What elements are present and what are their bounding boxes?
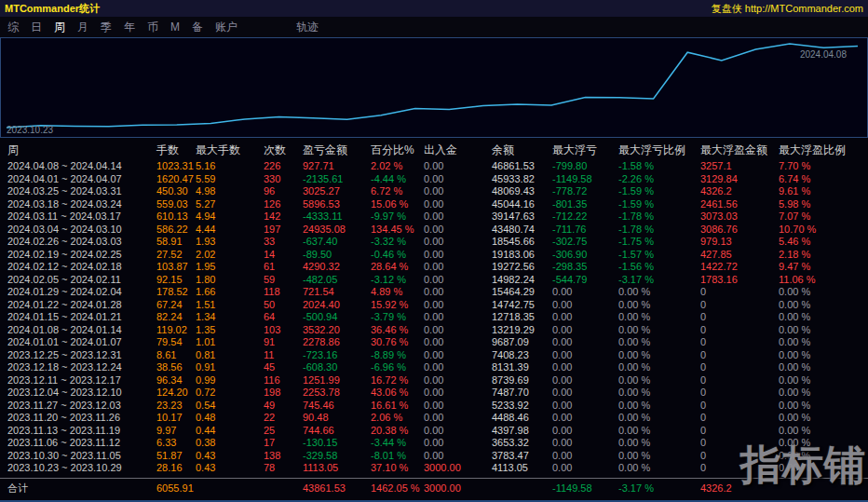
table-row[interactable]: 2023.12.25 ~ 2023.12.318.610.8111-723.16… bbox=[0, 349, 868, 362]
cell: 0.00 bbox=[552, 450, 618, 463]
table-row[interactable]: 2024.03.18 ~ 2024.03.24559.035.271265896… bbox=[0, 198, 868, 211]
table-row[interactable]: 2024.03.04 ~ 2024.03.10586.224.441972493… bbox=[0, 224, 868, 237]
table-row[interactable]: 2024.02.26 ~ 2024.03.0358.911.9333-637.4… bbox=[0, 236, 868, 249]
cell: 3257.1 bbox=[700, 160, 779, 173]
table-row[interactable]: 2024.04.01 ~ 2024.04.071620.475.59330-21… bbox=[0, 173, 868, 186]
cell: 14 bbox=[264, 249, 303, 262]
table-row[interactable]: 2023.10.23 ~ 2023.10.2928.160.43781113.0… bbox=[0, 462, 868, 475]
cell: 2024.01.22 ~ 2024.01.28 bbox=[7, 299, 156, 312]
cell: 330 bbox=[264, 173, 303, 186]
cell: -329.58 bbox=[303, 450, 371, 463]
menu-tab-月[interactable]: 月 bbox=[77, 20, 88, 35]
cell: 0.00 % bbox=[618, 361, 700, 374]
cell: 28.16 bbox=[156, 462, 196, 475]
cell: 0.00 % bbox=[618, 437, 700, 450]
cell: 2253.78 bbox=[303, 387, 371, 400]
cell: 103 bbox=[264, 324, 303, 337]
table-header-cell: 次数 bbox=[264, 138, 303, 162]
table-row[interactable]: 2023.12.04 ~ 2023.12.10124.200.721982253… bbox=[0, 387, 868, 400]
cell: 0.00 % bbox=[618, 450, 700, 463]
cell: 2023.12.18 ~ 2023.12.24 bbox=[7, 361, 156, 374]
table-row[interactable]: 2023.12.11 ~ 2023.12.1796.340.991161251.… bbox=[0, 374, 868, 387]
cell: 91 bbox=[264, 336, 303, 349]
menu-tab-备[interactable]: 备 bbox=[192, 20, 203, 35]
cell: -608.30 bbox=[303, 361, 371, 374]
cell: -778.72 bbox=[552, 185, 618, 198]
table-row[interactable]: 2024.01.29 ~ 2024.02.04178.521.66118721.… bbox=[0, 286, 868, 299]
table-row[interactable]: 2024.01.08 ~ 2024.01.14119.021.351033532… bbox=[0, 324, 868, 337]
table-header-cell: 盈亏金额 bbox=[303, 138, 371, 162]
cell: 450.30 bbox=[156, 185, 196, 198]
menu-tab-周[interactable]: 周 bbox=[54, 20, 65, 35]
menu-tab-账户[interactable]: 账户 bbox=[215, 20, 237, 35]
cell: 1251.99 bbox=[303, 374, 371, 387]
menu-bar: 综日周月季年币M备账户 轨迹 bbox=[0, 17, 868, 37]
equity-curve-svg bbox=[1, 38, 867, 137]
table-header-cell: 最大浮盈金额 bbox=[700, 138, 779, 162]
cell: -89.50 bbox=[303, 249, 371, 262]
title-link[interactable]: 复盘侠 http://MTCommander.com bbox=[712, 2, 863, 16]
table-row[interactable]: 2023.11.06 ~ 2023.11.126.330.3817-130.15… bbox=[0, 437, 868, 450]
cell: 9.97 bbox=[156, 425, 196, 438]
cell: 197 bbox=[264, 224, 303, 237]
table-row[interactable]: 2024.03.25 ~ 2024.03.31450.304.98963025.… bbox=[0, 185, 868, 198]
cell: 0.00 % bbox=[618, 412, 700, 425]
cell: -3.17 % bbox=[618, 274, 700, 287]
cell: 2023.10.23 ~ 2023.10.29 bbox=[7, 462, 156, 475]
table-row[interactable]: 2023.10.30 ~ 2023.11.0551.870.43138-329.… bbox=[0, 450, 868, 463]
table-row[interactable]: 2024.02.05 ~ 2024.02.1192.151.8059-482.0… bbox=[0, 274, 868, 287]
cell: 0.00 bbox=[552, 425, 618, 438]
cell: 0.00 bbox=[552, 336, 618, 349]
table-row[interactable]: 2023.11.27 ~ 2023.12.0323.230.5449745.46… bbox=[0, 400, 868, 413]
table-row[interactable]: 2024.01.22 ~ 2024.01.2867.241.51502024.4… bbox=[0, 299, 868, 312]
menu-tab-币[interactable]: 币 bbox=[147, 20, 158, 35]
table-header-cell: 最大手数 bbox=[196, 138, 264, 162]
menu-tab-综[interactable]: 综 bbox=[7, 20, 19, 35]
cell: 48069.43 bbox=[492, 185, 552, 198]
cell: 19183.06 bbox=[492, 249, 552, 262]
cell: 1.95 bbox=[196, 261, 264, 274]
cell: -4.44 % bbox=[371, 173, 424, 186]
cell: 1.80 bbox=[196, 274, 264, 287]
cell: -544.79 bbox=[552, 274, 618, 287]
table-row[interactable]: 2024.01.01 ~ 2024.01.0779.541.01912278.8… bbox=[0, 336, 868, 349]
cell: 1.01 bbox=[196, 336, 264, 349]
cell: 28.64 % bbox=[371, 261, 424, 274]
cell: 3073.03 bbox=[700, 210, 779, 224]
cell: 58.91 bbox=[156, 236, 196, 249]
cell: 0.00 % bbox=[779, 387, 868, 400]
cell: 0.00 bbox=[552, 324, 618, 337]
table-row[interactable]: 2024.03.11 ~ 2024.03.17610.134.94142-433… bbox=[0, 210, 868, 224]
table-row[interactable]: 2024.02.12 ~ 2024.02.18103.871.95614290.… bbox=[0, 261, 868, 274]
menu-tab-年[interactable]: 年 bbox=[124, 20, 135, 35]
cell: -8.01 % bbox=[371, 450, 424, 463]
cell: 0.00 bbox=[424, 324, 492, 337]
menu-tab-日[interactable]: 日 bbox=[31, 20, 42, 35]
cell: 17 bbox=[264, 437, 303, 450]
table-row[interactable]: 2024.04.08 ~ 2024.04.141023.315.16226927… bbox=[0, 160, 868, 173]
cell: -4333.11 bbox=[303, 210, 371, 224]
cell: 2023.11.27 ~ 2023.12.03 bbox=[7, 400, 156, 413]
cell: 116 bbox=[264, 374, 303, 387]
table-row[interactable]: 2024.01.15 ~ 2024.01.2182.241.3464-500.9… bbox=[0, 311, 868, 324]
menu-tab-M[interactable]: M bbox=[170, 20, 180, 34]
cell: 0.72 bbox=[196, 387, 264, 400]
total-cell: -3.17 % bbox=[618, 480, 700, 496]
menu-tab-季[interactable]: 季 bbox=[101, 20, 112, 35]
menu-tab-trajectory[interactable]: 轨迹 bbox=[296, 20, 319, 35]
cell: 82.24 bbox=[156, 311, 196, 324]
cell: 1.34 bbox=[196, 311, 264, 324]
cell: 0.00 bbox=[552, 361, 618, 374]
table-row[interactable]: 2024.02.19 ~ 2024.02.2527.522.0214-89.50… bbox=[0, 249, 868, 262]
cell: 3532.20 bbox=[303, 324, 371, 337]
table-row[interactable]: 2023.11.13 ~ 2023.11.199.970.4425744.662… bbox=[0, 425, 868, 438]
cell: 10.70 % bbox=[779, 224, 868, 237]
table-row[interactable]: 2023.12.18 ~ 2023.12.2438.560.9145-608.3… bbox=[0, 361, 868, 374]
cell: 0.00 % bbox=[618, 324, 700, 337]
cell: 0.00 % bbox=[618, 400, 700, 413]
cell: 51.87 bbox=[156, 450, 196, 463]
cell: -1.78 % bbox=[618, 210, 700, 224]
cell: 0.00 bbox=[552, 349, 618, 362]
table-row[interactable]: 2023.11.20 ~ 2023.11.2610.170.482290.482… bbox=[0, 412, 868, 425]
total-cell: 3000.00 bbox=[424, 480, 492, 496]
